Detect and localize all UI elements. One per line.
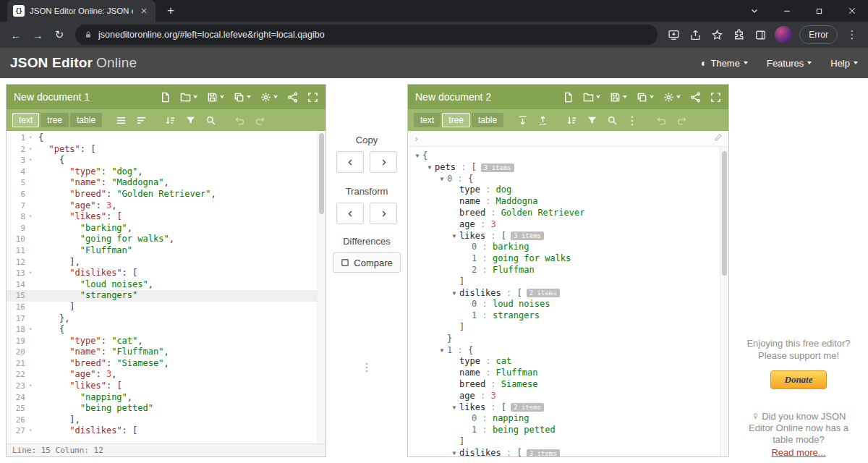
collapse-all-icon[interactable] xyxy=(534,111,551,129)
expander-icon[interactable]: ▼ xyxy=(412,150,422,162)
tree-row[interactable]: ] xyxy=(408,276,728,288)
address-bar[interactable]: jsoneditoronline.org/#left=local.lefeve&… xyxy=(75,25,658,45)
browser-tab[interactable]: {} JSON Editor Online: JSON editor xyxy=(7,0,156,22)
menu-theme[interactable]: ◐ Theme xyxy=(701,57,748,69)
scrollbar-track[interactable] xyxy=(720,147,728,456)
install-icon[interactable] xyxy=(663,25,684,45)
fold-toggle-icon[interactable]: ▾ xyxy=(25,132,35,144)
new-document-icon[interactable] xyxy=(160,92,171,103)
transform-right-to-left-button[interactable] xyxy=(336,203,364,224)
tree-row[interactable]: 0 : napping xyxy=(408,413,728,425)
code-line[interactable]: 15 "strangers" xyxy=(7,290,326,302)
mode-tree-button[interactable]: tree xyxy=(41,113,69,127)
sort-icon[interactable] xyxy=(161,111,179,129)
code-line[interactable]: 4 "type": "dog", xyxy=(7,166,326,178)
tab-search-icon[interactable] xyxy=(738,0,770,22)
mode-text-button[interactable]: text xyxy=(12,113,39,127)
copy-document-icon[interactable] xyxy=(234,92,251,103)
bookmark-star-icon[interactable] xyxy=(707,25,727,45)
code-line[interactable]: 18▾ { xyxy=(7,324,326,336)
tree-row[interactable]: 0 : barking xyxy=(408,242,728,253)
scrollbar-thumb[interactable] xyxy=(722,151,727,276)
close-window-button[interactable] xyxy=(835,0,868,22)
copy-left-to-right-button[interactable] xyxy=(370,151,397,173)
expander-icon[interactable]: ▼ xyxy=(437,174,447,185)
tree-row[interactable]: 1 : being petted xyxy=(408,425,728,436)
tree-row[interactable]: type : cat xyxy=(408,356,728,368)
fullscreen-icon[interactable] xyxy=(307,92,318,103)
back-button[interactable]: ← xyxy=(6,25,26,45)
undo-icon[interactable] xyxy=(231,111,248,129)
code-line[interactable]: 14 "loud noises", xyxy=(7,279,326,291)
code-line[interactable]: 24 "napping", xyxy=(7,392,326,404)
tree-row[interactable]: } xyxy=(408,334,728,345)
search-icon[interactable] xyxy=(202,111,219,129)
fold-toggle-icon[interactable]: ▾ xyxy=(25,144,35,156)
fold-toggle-icon[interactable]: ▾ xyxy=(25,211,35,223)
tree-row[interactable]: 1 : going for walks xyxy=(408,253,728,265)
menu-features[interactable]: Features xyxy=(767,58,812,69)
share-document-icon[interactable] xyxy=(287,92,298,103)
code-line[interactable]: 25 "being petted" xyxy=(7,403,326,415)
format-icon[interactable] xyxy=(112,111,129,129)
code-line[interactable]: 17 }, xyxy=(7,313,326,325)
side-panel-icon[interactable] xyxy=(750,25,770,45)
code-line[interactable]: 7 "age": 3, xyxy=(7,200,326,212)
settings-gear-icon[interactable] xyxy=(260,92,278,103)
expander-icon[interactable]: ▼ xyxy=(425,162,435,174)
code-line[interactable]: 26 ], xyxy=(7,415,326,426)
sort-icon[interactable] xyxy=(563,111,580,129)
extensions-puzzle-icon[interactable] xyxy=(728,25,749,45)
filter-icon[interactable] xyxy=(583,111,600,129)
code-line[interactable]: 13▾ "dislikes": [ xyxy=(7,268,326,279)
fold-toggle-icon[interactable]: ▾ xyxy=(25,425,35,437)
new-tab-button[interactable]: + xyxy=(161,1,180,20)
expander-icon[interactable]: ▼ xyxy=(449,448,459,456)
code-line[interactable]: 16 ] xyxy=(7,302,326,313)
read-more-link[interactable]: Read more... xyxy=(771,447,825,459)
tree-row[interactable]: breed : Golden Retriever xyxy=(408,208,728,219)
redo-icon[interactable] xyxy=(673,111,690,129)
code-line[interactable]: 10 "going for walks", xyxy=(7,234,326,245)
settings-gear-icon[interactable] xyxy=(663,92,681,103)
mode-tree-button[interactable]: tree xyxy=(442,113,470,127)
donate-button[interactable]: Donate xyxy=(770,370,827,389)
code-line[interactable]: 19 "type": "cat", xyxy=(7,336,326,347)
fold-toggle-icon[interactable]: ▾ xyxy=(25,155,35,166)
reload-button[interactable]: ↻ xyxy=(49,25,69,45)
transform-left-to-right-button[interactable] xyxy=(370,203,397,224)
code-line[interactable]: 5 "name": "Maddogna", xyxy=(7,177,326,189)
edit-pencil-icon[interactable] xyxy=(714,133,723,144)
tree-row[interactable]: age : 3 xyxy=(408,391,728,402)
expander-icon[interactable]: ▼ xyxy=(449,402,459,414)
code-line[interactable]: 9 "barking", xyxy=(7,223,326,234)
tree-row[interactable]: name : Fluffman xyxy=(408,368,728,379)
save-document-icon[interactable] xyxy=(610,92,627,103)
fold-toggle-icon[interactable]: ▾ xyxy=(25,324,35,336)
text-editor[interactable]: 1▾{2▾ "pets": [3▾ {4 "type": "dog",5 "na… xyxy=(7,131,326,443)
tree-row[interactable]: ▼pets : [3 items xyxy=(408,162,728,174)
tree-row[interactable]: breed : Siamese xyxy=(408,379,728,391)
fold-toggle-icon[interactable]: ▾ xyxy=(25,381,35,392)
tree-row[interactable]: ▼0 : { xyxy=(408,174,728,185)
minimize-button[interactable] xyxy=(770,0,803,22)
navigation-breadcrumb-bar[interactable]: › xyxy=(408,131,728,147)
expand-all-icon[interactable] xyxy=(514,111,531,129)
menu-help[interactable]: Help xyxy=(830,58,858,69)
profile-avatar[interactable] xyxy=(775,26,792,43)
tree-row[interactable]: 2 : Fluffman xyxy=(408,265,728,276)
tree-row[interactable]: ▼likes : [2 items xyxy=(408,402,728,414)
expander-icon[interactable]: ▼ xyxy=(437,345,447,357)
mode-table-button[interactable]: table xyxy=(472,113,503,127)
code-line[interactable]: 2▾ "pets": [ xyxy=(7,144,326,156)
redo-icon[interactable] xyxy=(251,111,268,129)
expander-icon[interactable]: ▼ xyxy=(449,231,459,242)
mode-table-button[interactable]: table xyxy=(70,113,102,127)
compare-button[interactable]: Compare xyxy=(333,252,400,273)
scrollbar-track[interactable] xyxy=(317,131,326,443)
tree-row[interactable]: name : Maddogna xyxy=(408,196,728,208)
tree-row[interactable]: 0 : loud noises xyxy=(408,299,728,310)
code-line[interactable]: 12 ], xyxy=(7,257,326,268)
code-line[interactable]: 11 "Fluffman" xyxy=(7,245,326,257)
search-icon[interactable] xyxy=(603,111,621,129)
